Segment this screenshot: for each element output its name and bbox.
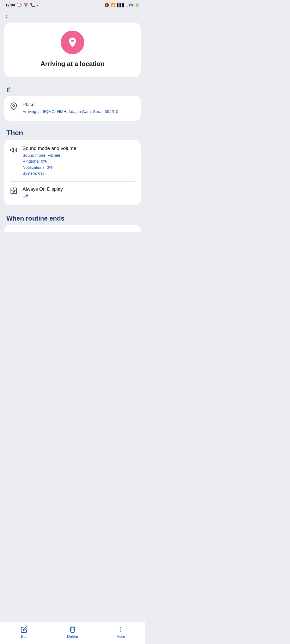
back-button-area: ‹ [0,9,145,23]
aod-content: Always On Display Off [23,186,135,199]
location-icon-circle [61,31,84,54]
aod-detail: Off [23,193,135,199]
place-content: Place Arriving at: 5QMG+HMH, Adajan Gam,… [23,102,135,115]
card-divider [10,181,135,182]
status-bar: 12:00 💬 📅 📞 ● 🔇 📶 ▋▋▋ 51% 🔋 [0,0,145,9]
sound-icon [10,146,18,156]
then-actions-card: Sound mode and volume Sound mode: Vibrat… [4,140,141,205]
place-condition-card[interactable]: Place Arriving at: 5QMG+HMH, Adajan Gam,… [4,96,141,121]
location-pin-icon [67,36,78,48]
aod-action-row[interactable]: Always On Display Off [10,186,135,199]
svg-point-0 [13,105,15,107]
sound-content: Sound mode and volume Sound mode: Vibrat… [23,146,135,177]
time-display: 12:00 [5,3,15,7]
place-pin-icon [10,103,18,112]
when-ends-strip [4,225,141,232]
mute-icon: 🔇 [104,3,109,7]
if-label: If [0,83,145,96]
status-time: 12:00 💬 📅 📞 ● [5,3,38,8]
header-title: Arriving at a location [41,60,105,68]
status-right-icons: 🔇 📶 ▋▋▋ 51% 🔋 [104,3,140,7]
aod-icon [10,187,18,196]
phone-icon: 📞 [30,3,35,8]
back-chevron-icon[interactable]: ‹ [5,13,7,20]
whatsapp-icon: 💬 [17,3,22,8]
signal-icon: ▋▋▋ [117,3,125,7]
place-detail: Arriving at: 5QMG+HMH, Adajan Gam, Surat… [23,109,135,115]
battery-icon: 🔋 [135,3,140,7]
sound-title: Sound mode and volume [23,146,135,151]
header-card: Arriving at a location [4,23,141,77]
sound-action-row[interactable]: Sound mode and volume Sound mode: Vibrat… [10,146,135,177]
aod-title: Always On Display [23,186,135,192]
then-label: Then [0,125,145,140]
when-routine-ends-label: When routine ends [0,209,145,225]
svg-point-3 [13,190,15,192]
calendar-icon: 📅 [23,3,28,8]
dot-icon: ● [37,4,38,7]
place-title: Place [23,102,135,108]
wifi-icon: 📶 [111,3,115,7]
sound-detail: Sound mode: Vibrate Ringtone: 0% Notific… [23,152,135,177]
battery-display: 51% [126,3,133,7]
svg-marker-1 [10,148,13,152]
